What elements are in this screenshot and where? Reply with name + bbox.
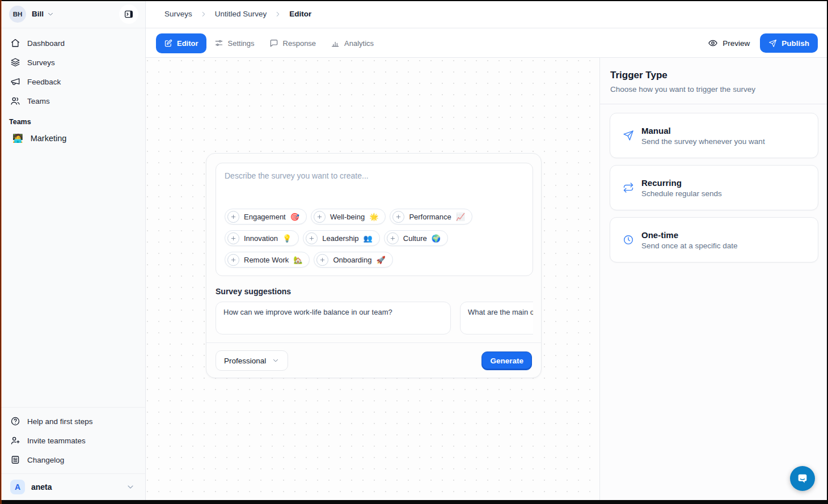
sidebar-item-label: Changelog (27, 456, 64, 464)
chip-label: Innovation (244, 234, 278, 243)
tab-editor[interactable]: Editor (156, 33, 206, 53)
user-plus-icon (10, 435, 20, 446)
topic-chip-engagement[interactable]: Engagement 🎯 (225, 209, 307, 225)
chip-label: Well-being (330, 213, 365, 221)
chip-emoji: 📈 (456, 213, 465, 221)
trigger-option-manual[interactable]: Manual Send the survey whenever you want (610, 113, 818, 158)
window-edge (0, 0, 828, 1)
breadcrumb: Surveys Untitled Survey Editor (146, 0, 828, 28)
tone-select[interactable]: Professional (216, 350, 288, 371)
teams-section-label: Teams (9, 118, 136, 126)
chip-label: Leadership (322, 234, 358, 243)
publish-button[interactable]: Publish (760, 33, 818, 53)
generator-footer: Professional Generate (206, 342, 541, 371)
option-description: Schedule regular sends (641, 189, 722, 198)
suggestion-text: How can we improve work-life balance in … (223, 308, 443, 316)
chip-label: Engagement (244, 213, 286, 221)
workspace-switcher[interactable]: BH Bill (0, 0, 145, 28)
editor-toolbar: Editor Settings Response Analytics (146, 29, 828, 58)
topic-chip-onboarding[interactable]: Onboarding 🚀 (314, 252, 392, 268)
tab-analytics[interactable]: Analytics (324, 33, 381, 53)
prompt-placeholder: Describe the survey you want to create..… (225, 171, 524, 180)
clock-icon (623, 234, 634, 245)
plus-icon (227, 254, 239, 266)
panel-subtitle: Choose how you want to trigger the surve… (610, 85, 818, 94)
publish-label: Publish (781, 39, 809, 48)
repeat-icon (623, 182, 634, 193)
workspace-name: Bill (32, 10, 44, 18)
account-avatar: A (10, 480, 25, 494)
preview-button[interactable]: Preview (708, 38, 750, 48)
trigger-panel-header: Trigger Type Choose how you want to trig… (600, 58, 828, 104)
sidebar-item-label: Teams (27, 97, 50, 105)
plus-icon (227, 232, 239, 244)
topic-chip-wellbeing[interactable]: Well-being 🌟 (311, 209, 386, 225)
account-name: aneta (31, 482, 52, 492)
team-label: Marketing (31, 134, 67, 143)
chat-bubble-icon (796, 472, 809, 485)
suggestion-card[interactable]: What are the main ob (460, 302, 533, 334)
breadcrumb-current: Editor (289, 10, 311, 18)
tab-response[interactable]: Response (263, 33, 323, 53)
editor-canvas[interactable]: Describe the survey you want to create..… (146, 58, 600, 500)
topic-chip-leadership[interactable]: Leadership 👥 (303, 230, 380, 246)
trigger-type-panel: Trigger Type Choose how you want to trig… (600, 58, 828, 500)
sidebar-item-feedback[interactable]: Feedback (5, 72, 141, 91)
trigger-option-one-time[interactable]: One-time Send once at a specific date (610, 217, 818, 262)
sidebar-item-teams[interactable]: Teams (5, 91, 141, 111)
sidebar-item-help[interactable]: Help and first steps (5, 412, 141, 431)
chip-emoji: 🏡 (293, 256, 302, 264)
option-title: Manual (641, 126, 765, 135)
breadcrumb-survey-name[interactable]: Untitled Survey (215, 10, 267, 18)
suggestion-card[interactable]: How can we improve work-life balance in … (216, 302, 451, 334)
panel-title: Trigger Type (610, 70, 818, 81)
option-description: Send once at a specific date (641, 242, 738, 250)
pencil-square-icon (164, 39, 172, 48)
send-icon (623, 130, 634, 141)
trigger-option-recurring[interactable]: Recurring Schedule regular sends (610, 165, 818, 210)
sidebar-item-label: Surveys (27, 58, 55, 67)
plus-icon (387, 232, 399, 244)
chevron-right-icon (274, 10, 282, 18)
sidebar-nav: Dashboard Surveys Feedback Teams (0, 28, 145, 111)
topic-chip-performance[interactable]: Performance 📈 (390, 209, 472, 225)
plus-icon (306, 232, 318, 244)
trigger-options: Manual Send the survey whenever you want… (600, 104, 828, 271)
chip-emoji: 💡 (282, 234, 292, 243)
breadcrumb-surveys[interactable]: Surveys (164, 10, 192, 18)
sidebar-item-surveys[interactable]: Surveys (5, 53, 141, 72)
chip-label: Culture (403, 234, 427, 243)
chevron-down-icon (47, 10, 54, 18)
plus-icon (316, 254, 328, 266)
topic-chip-innovation[interactable]: Innovation 💡 (225, 230, 299, 246)
help-circle-icon (10, 416, 20, 426)
megaphone-icon (10, 77, 20, 87)
chevron-right-icon (200, 10, 208, 18)
app-window: BH Bill Dashboard (0, 0, 828, 504)
survey-generator-card: Describe the survey you want to create..… (206, 153, 542, 378)
sidebar-collapse-button[interactable] (119, 5, 138, 24)
message-square-icon (269, 39, 278, 48)
sidebar-item-label: Help and first steps (27, 417, 93, 426)
tab-settings[interactable]: Settings (208, 33, 261, 53)
sidebar: BH Bill Dashboard (0, 0, 146, 500)
chip-label: Onboarding (333, 256, 371, 264)
sidebar-item-label: Dashboard (27, 39, 65, 48)
tab-label: Settings (228, 39, 255, 48)
generate-button[interactable]: Generate (481, 351, 532, 370)
topic-chip-culture[interactable]: Culture 🌍 (384, 230, 448, 246)
sidebar-item-team-marketing[interactable]: 🧑‍💻 Marketing (5, 129, 141, 147)
bar-chart-icon (331, 39, 340, 48)
chip-emoji: 🌟 (369, 213, 378, 221)
sidebar-item-changelog[interactable]: Changelog (5, 450, 141, 469)
survey-prompt-input[interactable]: Describe the survey you want to create..… (216, 163, 533, 276)
topic-chip-remote-work[interactable]: Remote Work 🏡 (225, 252, 310, 268)
window-edge (0, 500, 828, 504)
sidebar-item-invite[interactable]: Invite teammates (5, 431, 141, 450)
sidebar-item-dashboard[interactable]: Dashboard (5, 33, 141, 53)
chip-label: Remote Work (244, 256, 289, 264)
account-menu[interactable]: A aneta (5, 474, 141, 500)
chat-launcher-button[interactable] (790, 466, 815, 491)
sliders-icon (214, 39, 223, 48)
workspace-avatar: BH (9, 6, 26, 23)
